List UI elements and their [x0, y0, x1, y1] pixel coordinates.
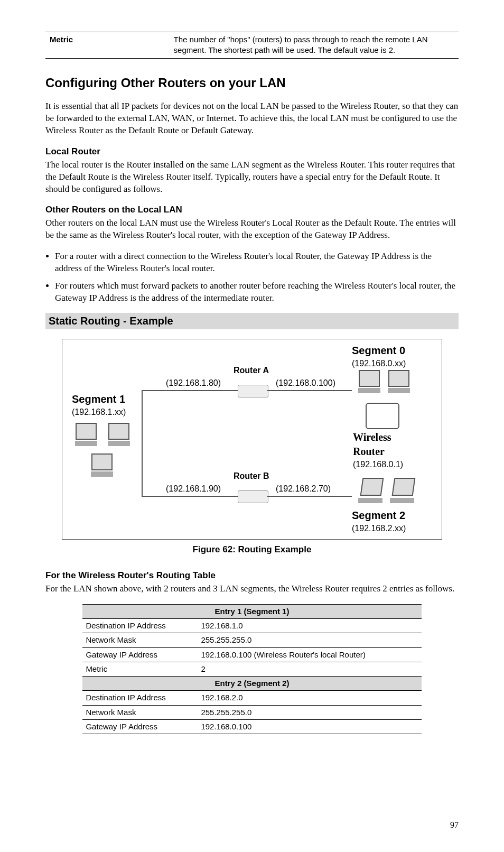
- pc-icon: [388, 370, 410, 394]
- rt-text: For the LAN shown above, with 2 routers …: [45, 583, 459, 595]
- pc-icon: [75, 423, 97, 447]
- line: [142, 390, 143, 496]
- cell-key: Destination IP Address: [82, 619, 198, 633]
- wireless-router-label: WirelessRouter (192.168.0.1): [353, 430, 403, 470]
- pc-icon: [390, 478, 414, 504]
- segment0-title: Segment 0: [352, 345, 405, 356]
- table-header-row: Entry 2 (Segment 2): [82, 677, 421, 691]
- wireless-router-ip: (192.168.0.1): [353, 460, 403, 469]
- wireless-router-name: WirelessRouter: [353, 431, 391, 457]
- segment1-title: Segment 1: [72, 393, 125, 405]
- routerB-left-ip: (192.168.1.90): [166, 483, 221, 495]
- segment1-ip: (192.168.1.xx): [72, 408, 126, 416]
- other-routers-heading: Other Routers on the Local LAN: [45, 204, 459, 216]
- cell-key: Metric: [82, 662, 198, 676]
- cell-key: Destination IP Address: [82, 691, 198, 705]
- rt-heading: For the Wireless Router's Routing Table: [45, 570, 459, 582]
- pc-icon: [358, 370, 380, 394]
- cell-val: 2: [198, 662, 421, 676]
- cell-val: 192.168.1.0: [198, 619, 421, 633]
- routing-table: Entry 1 (Segment 1) Destination IP Addre…: [82, 604, 421, 734]
- intro-paragraph: It is essential that all IP packets for …: [45, 100, 459, 137]
- example-heading: Static Routing - Example: [45, 313, 459, 329]
- table-row: Destination IP Address 192.168.2.0: [82, 691, 421, 705]
- cell-val: 255.255.255.0: [198, 705, 421, 719]
- table-row: Network Mask 255.255.255.0: [82, 633, 421, 647]
- segment2-label: Segment 2 (192.168.2.xx): [352, 508, 406, 534]
- routerB-right-ip: (192.168.2.70): [276, 483, 331, 495]
- pc-icon: [91, 453, 113, 478]
- list-item: For routers which must forward packets t…: [55, 280, 459, 304]
- segment2-ip: (192.168.2.xx): [352, 524, 406, 533]
- pc-icon: [108, 423, 130, 447]
- page: Metric The number of "hops" (routers) to…: [0, 0, 504, 852]
- table-row: Network Mask 255.255.255.0: [82, 705, 421, 719]
- cell-val: 192.168.0.100: [198, 719, 421, 734]
- def-key: Metric: [45, 32, 170, 59]
- router-icon: [238, 385, 268, 397]
- cell-val: 255.255.255.0: [198, 633, 421, 647]
- routing-diagram: Segment 0 (192.168.0.xx) WirelessRouter …: [62, 339, 442, 540]
- figure-caption: Figure 62: Routing Example: [45, 544, 459, 556]
- entry1-header: Entry 1 (Segment 1): [82, 604, 421, 618]
- cell-val: 192.168.2.0: [198, 691, 421, 705]
- local-router-heading: Local Router: [45, 146, 459, 158]
- page-number: 97: [450, 819, 459, 831]
- other-routers-text: Other routers on the local LAN must use …: [45, 217, 459, 242]
- entry2-header: Entry 2 (Segment 2): [82, 677, 421, 691]
- table-row: Destination IP Address 192.168.1.0: [82, 619, 421, 633]
- def-val: The number of "hops" (routers) to pass t…: [170, 32, 459, 59]
- routerA-title: Router A: [234, 365, 269, 376]
- line: [142, 390, 238, 391]
- line: [267, 496, 352, 497]
- segment0-label: Segment 0 (192.168.0.xx): [352, 344, 406, 369]
- table-header-row: Entry 1 (Segment 1): [82, 604, 421, 618]
- segment2-title: Segment 2: [352, 510, 405, 521]
- routerA-left-ip: (192.168.1.80): [166, 377, 221, 389]
- section-heading: Configuring Other Routers on your LAN: [45, 75, 459, 91]
- router-icon: [238, 490, 268, 503]
- cell-key: Network Mask: [82, 705, 198, 719]
- cell-key: Network Mask: [82, 633, 198, 647]
- line: [142, 496, 238, 497]
- local-router-text: The local router is the Router installed…: [45, 159, 459, 196]
- wireless-router-icon: [366, 403, 399, 429]
- cell-key: Gateway IP Address: [82, 647, 198, 662]
- pc-icon: [358, 478, 382, 504]
- routerB-title: Router B: [234, 470, 269, 482]
- list-item: For a router with a direct connection to…: [55, 251, 459, 275]
- cell-val: 192.168.0.100 (Wireless Router's local R…: [198, 647, 421, 662]
- table-row: Metric 2: [82, 662, 421, 676]
- line: [267, 390, 352, 391]
- table-row: Gateway IP Address 192.168.0.100: [82, 719, 421, 734]
- cell-key: Gateway IP Address: [82, 719, 198, 734]
- bullet-list: For a router with a direct connection to…: [45, 251, 459, 304]
- definition-table: Metric The number of "hops" (routers) to…: [45, 32, 459, 59]
- routerA-right-ip: (192.168.0.100): [276, 377, 335, 389]
- segment1-label: Segment 1 (192.168.1.xx): [72, 392, 126, 418]
- table-row: Gateway IP Address 192.168.0.100 (Wirele…: [82, 647, 421, 662]
- segment0-ip: (192.168.0.xx): [352, 359, 406, 368]
